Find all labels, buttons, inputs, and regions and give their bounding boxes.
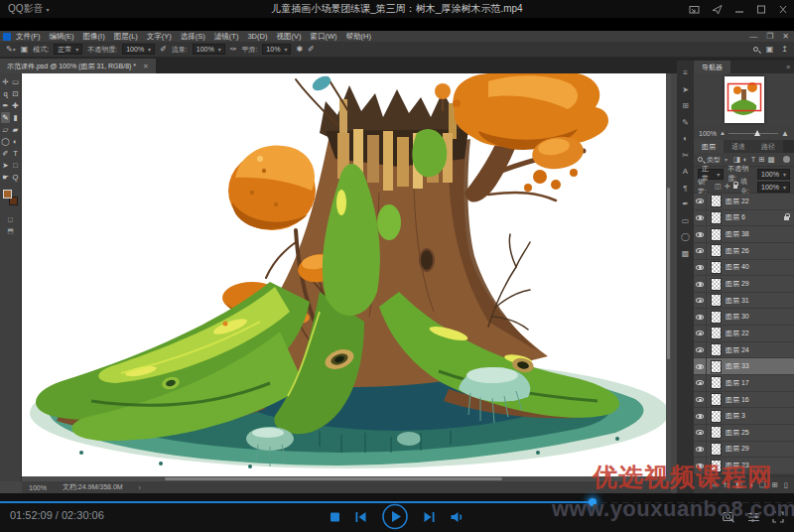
zoom-slider-thumb[interactable] xyxy=(754,130,760,136)
blend-mode-select[interactable]: 正常▾ xyxy=(54,44,82,55)
layer-thumbnail[interactable] xyxy=(711,393,722,406)
layer-thumbnail[interactable] xyxy=(711,376,722,389)
layer-thumbnail[interactable] xyxy=(711,410,722,423)
layer-thumbnail[interactable] xyxy=(711,294,722,307)
hand-tool[interactable]: ☛ xyxy=(1,172,10,183)
layer-visibility-toggle[interactable] xyxy=(694,210,707,226)
layer-row[interactable]: 图层 38 xyxy=(694,226,794,243)
layer-row[interactable]: 图层 25 xyxy=(694,425,794,442)
foreground-color-swatch[interactable] xyxy=(3,190,12,199)
layer-visibility-toggle[interactable] xyxy=(694,375,707,391)
adjustments-panel-icon[interactable]: ⊞ xyxy=(682,102,689,110)
marquee-tool[interactable]: ▭ xyxy=(11,76,20,87)
status-menu-arrow[interactable]: › xyxy=(139,484,141,491)
brush-settings-panel-icon[interactable]: ✎ xyxy=(682,119,689,127)
pressure-opacity-icon[interactable]: ✐ xyxy=(160,45,167,54)
path-select-tool[interactable]: ➤ xyxy=(1,160,10,171)
navigator-zoom-slider[interactable]: 100% ▲ ▲ xyxy=(694,126,794,140)
ps-menu-item[interactable]: 图层(L) xyxy=(114,32,138,42)
volume-button[interactable] xyxy=(451,511,464,523)
stop-button[interactable] xyxy=(331,512,340,522)
layer-thumbnail[interactable] xyxy=(711,426,722,439)
layer-row[interactable]: 图层 6 xyxy=(694,210,794,227)
zoom-out-icon[interactable]: ▲ xyxy=(720,130,726,136)
healing-brush-tool[interactable]: ✚ xyxy=(11,100,20,111)
layer-row[interactable]: 图层 22 xyxy=(694,194,794,210)
lasso-tool[interactable]: ɋ xyxy=(1,88,10,99)
tool-preset-icon[interactable]: ✎▾ xyxy=(6,45,16,54)
layer-thumbnail[interactable] xyxy=(711,278,722,291)
previous-button[interactable] xyxy=(355,511,367,523)
layer-thumbnail[interactable] xyxy=(711,343,722,356)
layer-visibility-toggle[interactable] xyxy=(694,442,707,458)
shape-tool[interactable]: □ xyxy=(11,160,20,171)
crop-tool[interactable]: ⊡ xyxy=(11,88,20,99)
layer-thumbnail[interactable] xyxy=(711,360,722,373)
ps-canvas[interactable] xyxy=(22,73,671,481)
ps-menu-item[interactable]: 视图(V) xyxy=(276,32,301,42)
layer-thumbnail[interactable] xyxy=(711,327,722,339)
filter-kind-icon[interactable]: ⊞ xyxy=(758,155,764,164)
tab-channels[interactable]: 通道 xyxy=(724,140,753,153)
tab-layers[interactable]: 图层 xyxy=(694,140,724,153)
lock-position-icon[interactable]: ✛ xyxy=(725,183,730,191)
layer-row[interactable]: 图层 33 xyxy=(694,358,794,375)
filter-kind-icon[interactable]: ◨ xyxy=(733,155,740,164)
play-button[interactable] xyxy=(382,503,409,530)
color-swatches[interactable] xyxy=(0,188,21,211)
layer-visibility-toggle[interactable] xyxy=(694,326,707,341)
layer-row[interactable]: 图层 26 xyxy=(694,243,794,260)
document-tab[interactable]: 示范课件.psd @ 100% (图层 31, RGB/8) * ✕ xyxy=(0,59,156,73)
layer-visibility-toggle[interactable] xyxy=(694,194,707,209)
layer-opacity-select[interactable]: 100%▾ xyxy=(757,169,790,180)
filter-kind-icon[interactable]: ▩ xyxy=(768,155,775,164)
ps-menu-item[interactable]: 3D(D) xyxy=(247,32,267,41)
type-tool[interactable]: T xyxy=(11,148,20,159)
layer-thumbnail[interactable] xyxy=(711,261,722,274)
clone-stamp-tool[interactable]: ▮ xyxy=(11,112,20,123)
layer-row[interactable]: 图层 29 xyxy=(694,442,794,459)
snapshot-panel-icon[interactable]: ✂ xyxy=(682,152,689,160)
layer-thumbnail[interactable] xyxy=(711,244,722,257)
layer-visibility-toggle[interactable] xyxy=(694,392,707,408)
ps-close-button[interactable]: ✕ xyxy=(782,31,789,42)
filter-kind-icon[interactable]: ◐ xyxy=(743,155,748,164)
layer-row[interactable]: 图层 30 xyxy=(694,309,794,326)
share-icon[interactable]: ↥ xyxy=(781,45,788,54)
layer-row[interactable]: 图层 29 xyxy=(694,276,794,293)
filter-toggle[interactable] xyxy=(783,156,790,163)
layer-visibility-toggle[interactable] xyxy=(694,408,707,424)
ps-menu-item[interactable]: 帮助(H) xyxy=(346,32,371,42)
swatches-panel-icon[interactable]: ▩ xyxy=(682,250,690,258)
layer-thumbnail[interactable] xyxy=(711,443,722,456)
layer-row[interactable]: 图层 40 xyxy=(694,260,794,277)
delete-layer-icon[interactable]: ▯ xyxy=(784,480,788,489)
layer-visibility-toggle[interactable] xyxy=(694,425,707,441)
airbrush-icon[interactable]: ✑ xyxy=(230,45,237,54)
tab-navigator[interactable]: 导航器 xyxy=(694,61,730,73)
close-button[interactable] xyxy=(778,4,788,15)
layer-visibility-toggle[interactable] xyxy=(694,226,707,242)
mini-mode-button[interactable] xyxy=(689,4,700,15)
pressure-size-icon[interactable]: ✐ xyxy=(308,45,315,54)
app-menu[interactable]: QQ影音 ▾ xyxy=(8,2,50,16)
properties-panel-icon[interactable]: ≡ xyxy=(683,69,688,77)
layer-visibility-toggle[interactable] xyxy=(694,293,707,309)
workspace-icon[interactable]: ▣ xyxy=(766,45,774,54)
color-panel-icon[interactable]: ◯ xyxy=(681,233,690,241)
move-tool[interactable]: ✛ xyxy=(1,76,10,87)
layer-visibility-toggle[interactable] xyxy=(694,358,707,374)
layer-thumbnail[interactable] xyxy=(711,228,722,241)
canvas-vertical-scrollbar[interactable] xyxy=(666,73,671,481)
ps-menu-item[interactable]: 选择(S) xyxy=(181,32,205,42)
filter-kind-icon[interactable]: T xyxy=(751,155,756,164)
eraser-tool[interactable]: ▱ xyxy=(1,124,10,135)
blur-tool[interactable]: ◯ xyxy=(1,136,10,147)
layer-row[interactable]: 图层 17 xyxy=(694,375,794,392)
maximize-button[interactable] xyxy=(756,4,766,15)
ps-menu-item[interactable]: 图像(I) xyxy=(83,32,105,42)
layer-visibility-toggle[interactable] xyxy=(694,243,707,259)
video-surface[interactable]: 文件(F)编辑(E)图像(I)图层(L)文字(Y)选择(S)滤镜(T)3D(D)… xyxy=(0,18,794,493)
zoom-tool[interactable]: Q xyxy=(11,172,20,183)
brush-panel-toggle-icon[interactable]: ▣ xyxy=(21,45,29,54)
